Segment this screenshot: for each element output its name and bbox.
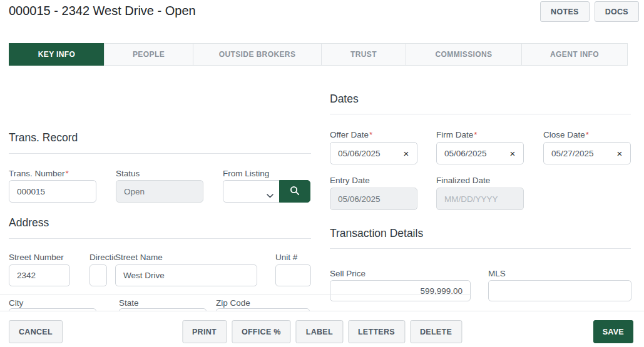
office-percent-button[interactable]: OFFICE % [232, 320, 291, 343]
from-listing-select[interactable] [223, 180, 280, 203]
sell-price-label: Sell Price [330, 269, 365, 278]
required-asterisk: * [474, 130, 477, 139]
trans-number-label: Trans. Number* [9, 169, 69, 178]
street-number-input[interactable] [9, 264, 70, 286]
required-asterisk: * [586, 130, 589, 139]
from-listing-label: From Listing [223, 169, 269, 178]
letters-button[interactable]: LETTERS [348, 320, 405, 343]
transaction-details-divider [330, 248, 631, 249]
street-name-label: Street Name [115, 253, 163, 262]
address-divider [9, 238, 311, 239]
trans-record-heading: Trans. Record [9, 131, 78, 144]
tab-agent-info[interactable]: AGENT INFO [521, 43, 628, 66]
status-input [116, 180, 203, 203]
header-actions: NOTES DOCS [540, 1, 639, 22]
dates-divider [330, 114, 631, 114]
chevron-down-icon [267, 189, 273, 201]
mls-input[interactable] [488, 280, 631, 301]
entry-date-label: Entry Date [330, 176, 370, 185]
close-date-clear-icon[interactable]: × [614, 148, 625, 159]
unit-label: Unit # [275, 253, 297, 262]
direction-input[interactable] [89, 264, 107, 286]
transaction-details-heading: Transaction Details [330, 227, 423, 240]
sell-price-input[interactable] [330, 280, 471, 301]
print-button[interactable]: PRINT [182, 320, 227, 343]
cancel-button[interactable]: CANCEL [9, 320, 63, 343]
delete-button[interactable]: DELETE [410, 320, 462, 343]
tab-bar: KEY INFO PEOPLE OUTSIDE BROKERS TRUST CO… [9, 43, 628, 66]
required-asterisk: * [66, 169, 69, 178]
street-number-label: Street Number [9, 253, 64, 262]
tab-trust[interactable]: TRUST [321, 43, 406, 66]
search-icon [290, 186, 300, 198]
docs-button[interactable]: DOCS [595, 1, 639, 22]
direction-label: Direction [89, 253, 116, 262]
zip-code-label: Zip Code [216, 298, 250, 308]
unit-input[interactable] [275, 264, 311, 286]
footer-action-bar: CANCEL PRINT OFFICE % LABEL LETTERS DELE… [0, 311, 644, 347]
firm-date-label: Firm Date* [436, 130, 478, 139]
trans-record-divider [9, 153, 311, 154]
address-heading: Address [9, 216, 49, 229]
tab-key-info[interactable]: KEY INFO [9, 43, 105, 66]
close-date-label: Close Date* [543, 130, 589, 139]
transaction-edit-page: 000015 - 2342 West Drive - Open NOTES DO… [0, 0, 644, 347]
firm-date-clear-icon[interactable]: × [507, 148, 518, 159]
label-button[interactable]: LABEL [296, 320, 343, 343]
trans-number-input[interactable] [9, 180, 96, 203]
street-name-input[interactable] [115, 264, 257, 286]
tab-people[interactable]: PEOPLE [104, 43, 193, 66]
tab-commissions[interactable]: COMMISSIONS [406, 43, 522, 66]
state-label: State [119, 298, 139, 308]
finalized-date-input [436, 188, 524, 210]
save-button[interactable]: SAVE [593, 320, 633, 343]
entry-date-input [330, 188, 417, 210]
mls-label: MLS [488, 269, 506, 278]
status-label: Status [116, 169, 140, 178]
content-cutoff-line [0, 294, 471, 294]
tab-outside-brokers[interactable]: OUTSIDE BROKERS [193, 43, 322, 66]
notes-button[interactable]: NOTES [540, 1, 590, 22]
city-label: City [9, 298, 23, 308]
finalized-date-label: Finalized Date [436, 176, 490, 185]
from-listing-search-button[interactable] [279, 180, 310, 203]
dates-heading: Dates [330, 93, 359, 106]
page-title: 000015 - 2342 West Drive - Open [9, 4, 196, 18]
offer-date-clear-icon[interactable]: × [401, 148, 412, 159]
required-asterisk: * [369, 130, 372, 139]
footer-center-buttons: PRINT OFFICE % LABEL LETTERS DELETE [182, 320, 462, 343]
offer-date-label: Offer Date* [330, 130, 372, 139]
